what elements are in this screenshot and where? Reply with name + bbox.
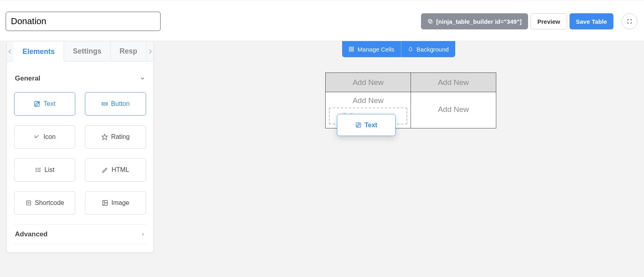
save-button-label: Save Table [576, 18, 607, 25]
preview-button-label: Preview [537, 18, 560, 25]
check-icon [34, 134, 40, 140]
tabs-next-arrow[interactable] [147, 41, 153, 61]
canvas: Manage Cells Background Add New Add New [153, 41, 644, 128]
svg-rect-1 [428, 19, 431, 22]
element-rating-label: Rating [111, 133, 130, 141]
element-shortcode-label: Shortcode [35, 199, 64, 207]
table-header-row: Add New Add New [326, 73, 496, 92]
topbar: [ninja_table_builder id="349"] Preview S… [0, 0, 644, 41]
star-icon [101, 134, 108, 140]
edit-icon [355, 122, 361, 128]
drop-zone[interactable]: Text Text [329, 107, 407, 124]
shortcode-icon [25, 200, 32, 206]
chevron-down-icon [140, 76, 145, 81]
tabs-prev-arrow[interactable] [7, 41, 14, 61]
save-button[interactable]: Save Table [570, 13, 613, 29]
element-text[interactable]: Text [14, 92, 75, 116]
element-button-label: Button [111, 100, 130, 107]
dragging-element-label: Text [365, 122, 378, 129]
section-general: General Text Button [7, 62, 153, 224]
chevron-right-icon [140, 232, 145, 237]
svg-point-16 [103, 202, 105, 203]
droplet-icon [408, 46, 413, 52]
element-icon-label: Icon [43, 133, 56, 141]
svg-marker-5 [102, 134, 107, 139]
svg-point-9 [36, 168, 36, 168]
fullscreen-button[interactable] [621, 13, 638, 29]
table-row: Add New Text [326, 92, 496, 128]
tab-elements[interactable]: Elements [14, 41, 64, 62]
cell-add-new-label: Add New [411, 96, 496, 114]
element-html[interactable]: HTML [85, 158, 146, 182]
table-preview: Add New Add New Add New Text [325, 72, 496, 128]
sidebar: Elements Settings Resp General Text [7, 41, 153, 252]
pencil-icon [102, 167, 108, 173]
workspace: Elements Settings Resp General Text [0, 41, 644, 277]
topbar-actions: [ninja_table_builder id="349"] Preview S… [421, 13, 638, 29]
element-html-label: HTML [111, 166, 129, 174]
shortcode-button[interactable]: [ninja_table_builder id="349"] [421, 13, 528, 29]
list-icon [35, 167, 41, 173]
cell-add-new-label: Add New [326, 96, 411, 105]
element-grid: Text Button Icon [14, 88, 146, 224]
image-icon [102, 200, 108, 206]
preview-button[interactable]: Preview [530, 13, 567, 29]
table-cell[interactable]: Add New Text [326, 92, 411, 128]
grid-icon [349, 46, 354, 52]
canvas-toolbar: Manage Cells Background [342, 41, 455, 57]
element-image[interactable]: Image [85, 191, 146, 215]
tab-responsive[interactable]: Resp [111, 41, 147, 61]
manage-cells-label: Manage Cells [357, 46, 394, 53]
sidebar-tabs: Elements Settings Resp [7, 41, 153, 62]
element-list-label: List [45, 166, 55, 174]
fullscreen-icon [627, 19, 632, 24]
dragging-element-chip[interactable]: Text [337, 114, 396, 136]
table-header-cell[interactable]: Add New [411, 73, 496, 92]
svg-point-11 [36, 171, 36, 172]
element-image-label: Image [111, 199, 129, 207]
svg-rect-18 [352, 47, 353, 49]
manage-cells-button[interactable]: Manage Cells [342, 41, 401, 57]
table-cell[interactable]: Add New [411, 92, 496, 128]
sidebar-bottom: Advanced [7, 224, 153, 252]
svg-rect-20 [352, 50, 353, 51]
table-header-cell[interactable]: Add New [326, 73, 411, 92]
element-text-label: Text [43, 100, 55, 107]
shortcode-text: [ninja_table_builder id="349"] [436, 18, 522, 25]
section-advanced-title: Advanced [15, 230, 47, 238]
element-button[interactable]: Button [85, 92, 146, 116]
section-general-title: General [15, 74, 40, 83]
svg-point-10 [36, 170, 36, 170]
element-rating[interactable]: Rating [85, 125, 146, 149]
section-general-header[interactable]: General [14, 69, 146, 88]
tab-settings[interactable]: Settings [64, 41, 111, 61]
edit-icon [34, 101, 40, 107]
button-icon [101, 101, 108, 107]
background-label: Background [417, 46, 449, 53]
element-shortcode[interactable]: Shortcode [14, 191, 75, 215]
svg-rect-0 [429, 21, 432, 23]
svg-rect-17 [349, 47, 351, 49]
svg-rect-19 [349, 50, 351, 51]
element-icon[interactable]: Icon [14, 125, 75, 149]
section-advanced-header[interactable]: Advanced [14, 224, 146, 244]
copy-icon [427, 19, 433, 24]
table-title-input[interactable] [6, 12, 161, 31]
element-list[interactable]: List [14, 158, 75, 182]
background-button[interactable]: Background [401, 41, 455, 57]
